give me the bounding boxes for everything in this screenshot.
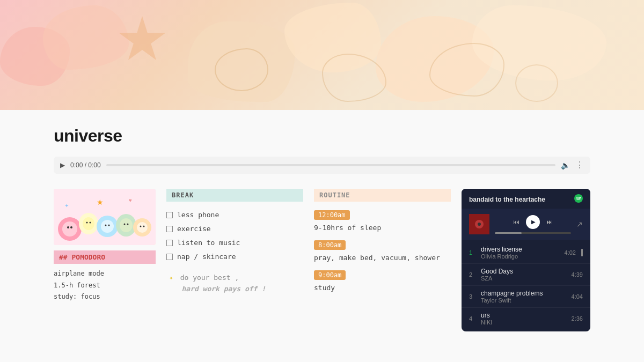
spotify-player: ⏮ ▶ ⏭ ↗ (462, 209, 590, 240)
audio-player: ▶ 0:00 / 0:00 🔈 ⋮ (54, 157, 590, 174)
track-duration-4: 2:36 (572, 315, 583, 322)
bts-characters: ★ ♥ ✦ (54, 189, 156, 245)
routine-text-2: pray, make bed, vacuum, shower (314, 252, 451, 264)
track-number-4: 4 (469, 315, 475, 322)
shape-outline1 (215, 48, 268, 91)
motivational-quote: ✦ do your best , hard work pays off ! (166, 272, 303, 295)
pomodoro-item: study: focus (54, 291, 156, 303)
track-number-2: 2 (469, 271, 475, 278)
banner-shapes (0, 0, 644, 110)
spotify-now-playing-title: bandaid to the heartache (469, 196, 545, 203)
album-art (469, 214, 489, 234)
track-number-1: 1 (469, 249, 475, 256)
content-area: universe ▶ 0:00 / 0:00 🔈 ⋮ (0, 110, 644, 353)
audio-volume-icon[interactable]: 🔈 (561, 161, 570, 169)
pomodoro-section: ★ ♥ ✦ ## POMODORO airplane mode 1.5-h fo… (54, 189, 156, 303)
track-artist-1: Olivia Rodrigo (481, 253, 559, 260)
track-bar-1 (581, 249, 583, 256)
svg-point-6 (101, 220, 114, 233)
spotify-logo-icon (574, 194, 583, 204)
checkbox-1[interactable] (166, 212, 173, 218)
svg-point-12 (70, 226, 72, 228)
track-name-2: Good Days (481, 268, 566, 275)
motivational-line1: do your best , (180, 274, 239, 282)
pomodoro-item: 1.5-h forest (54, 280, 156, 292)
page-title: universe (54, 126, 590, 146)
svg-point-2 (62, 221, 77, 237)
svg-point-27 (478, 223, 481, 226)
track-name-1: drivers license (481, 246, 559, 253)
audio-play-button[interactable]: ▶ (60, 161, 65, 169)
break-header: BREAK (166, 189, 303, 202)
track-artist-2: SZA (481, 275, 566, 282)
track-info-4: urs NIKI (481, 312, 566, 326)
track-duration-1: 4:02 (565, 249, 576, 256)
audio-time: 0:00 / 0:00 (70, 161, 101, 169)
track-item-4[interactable]: 4 urs NIKI 2:36 (462, 308, 590, 329)
checklist-item-1: less phone (166, 208, 303, 222)
svg-point-13 (86, 222, 88, 224)
track-duration-3: 4:04 (572, 293, 583, 300)
svg-point-16 (108, 225, 110, 226)
track-item-1[interactable]: 1 drivers license Olivia Rodrigo 4:02 (462, 242, 590, 264)
player-controls: ⏮ ▶ ⏭ (495, 215, 571, 234)
routine-header: ROUTINE (314, 189, 451, 202)
track-name-4: urs (481, 312, 566, 319)
break-section: BREAK less phone exercise listen to musi… (166, 189, 303, 295)
skip-forward-icon[interactable]: ⏭ (546, 218, 553, 226)
checklist-item-2: exercise (166, 222, 303, 236)
track-info-3: champagne problems Taylor Swift (481, 290, 566, 304)
checklist-label-4: nap / skincare (177, 250, 236, 264)
checklist-label-3: listen to music (177, 236, 240, 250)
banner (0, 0, 644, 110)
track-duration-2: 4:39 (572, 271, 583, 278)
svg-point-4 (83, 217, 94, 230)
checklist: less phone exercise listen to music nap … (166, 208, 303, 264)
routine-text-3: study (314, 282, 451, 294)
shape-blob1 (43, 5, 129, 70)
track-info-1: drivers license Olivia Rodrigo (481, 246, 559, 260)
spotify-header: bandaid to the heartache (462, 189, 590, 209)
spotify-widget: bandaid to the heartache (462, 189, 590, 331)
track-info-2: Good Days SZA (481, 268, 566, 282)
spotify-track-list: 1 drivers license Olivia Rodrigo 4:02 2 … (462, 240, 590, 331)
spotify-progress-bar[interactable] (495, 232, 571, 234)
svg-point-10 (137, 222, 148, 233)
audio-more-icon[interactable]: ⋮ (575, 161, 584, 169)
spotify-progress-fill (495, 232, 522, 234)
svg-text:★: ★ (97, 198, 104, 206)
checkbox-3[interactable] (166, 240, 173, 246)
checklist-label-1: less phone (177, 208, 219, 222)
svg-point-20 (143, 226, 145, 227)
svg-point-15 (105, 225, 107, 226)
track-name-3: champagne problems (481, 290, 566, 297)
checklist-item-3: listen to music (166, 236, 303, 250)
share-icon[interactable]: ↗ (576, 220, 583, 228)
routine-time-3: 9:00am (314, 270, 346, 280)
player-icons: ⏮ ▶ ⏭ (495, 215, 571, 229)
routine-time-2: 8:00am (314, 240, 346, 250)
motivational-line2: hard work pays off ! (181, 285, 266, 293)
track-item-3[interactable]: 3 champagne problems Taylor Swift 4:04 (462, 286, 590, 308)
checkbox-2[interactable] (166, 226, 173, 232)
svg-point-14 (90, 222, 91, 224)
shape-outline4 (515, 64, 558, 102)
pomodoro-label: ## POMODORO (54, 250, 156, 264)
svg-point-8 (120, 218, 133, 232)
audio-progress-bar[interactable] (106, 164, 555, 166)
play-icon: ▶ (531, 219, 536, 225)
svg-point-17 (124, 224, 126, 225)
pomodoro-items: airplane mode 1.5-h forest study: focus (54, 268, 156, 303)
routine-time-1: 12:00am (314, 210, 350, 220)
svg-point-18 (127, 224, 129, 225)
main-grid: ★ ♥ ✦ ## POMODORO airplane mode 1.5-h fo… (54, 189, 590, 331)
skip-back-icon[interactable]: ⏮ (513, 218, 519, 226)
svg-text:♥: ♥ (129, 197, 132, 203)
track-number-3: 3 (469, 293, 475, 300)
checkbox-4[interactable] (166, 254, 173, 260)
play-pause-button[interactable]: ▶ (526, 215, 540, 229)
track-artist-3: Taylor Swift (481, 297, 566, 304)
track-item-2[interactable]: 2 Good Days SZA 4:39 (462, 264, 590, 286)
checklist-label-2: exercise (177, 222, 211, 236)
track-artist-4: NIKI (481, 319, 566, 326)
